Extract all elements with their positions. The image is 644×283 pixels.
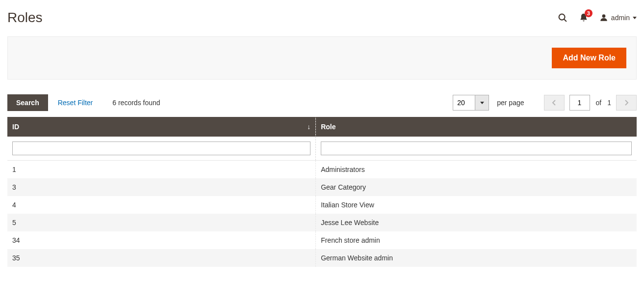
total-pages: 1 [607,99,611,107]
column-header-role-label: Role [321,123,335,131]
per-page-label: per page [497,99,524,107]
page-input[interactable] [569,95,590,111]
notifications-badge: 3 [585,9,592,17]
column-header-role[interactable]: Role [316,117,637,137]
filter-role-input[interactable] [321,142,632,155]
filter-id-input[interactable] [12,142,310,155]
cell-id: 5 [7,214,316,231]
cell-role: Italian Store View [316,196,637,214]
cell-id: 35 [7,249,316,267]
cell-role: Jesse Lee Website [316,214,637,231]
cell-id: 4 [7,196,316,214]
cell-id: 1 [7,161,316,179]
per-page-input[interactable] [453,95,475,110]
table-row[interactable]: 3Gear Category [7,178,637,196]
grid-controls: Search Reset Filter 6 records found per … [7,94,637,111]
of-label: of [596,99,602,107]
page-header: Roles 3 admin [0,0,644,36]
notifications-icon[interactable]: 3 [579,12,589,23]
table-row[interactable]: 5Jesse Lee Website [7,214,637,231]
table-row[interactable]: 35German Website admin [7,249,637,267]
cell-role: German Website admin [316,249,637,267]
cell-id: 3 [7,178,316,196]
cell-role: French store admin [316,231,637,249]
user-icon [599,13,608,22]
cell-id: 34 [7,231,316,249]
reset-filter-link[interactable]: Reset Filter [58,99,93,107]
search-button[interactable]: Search [7,94,48,111]
user-name: admin [611,14,630,22]
per-page-dropdown-toggle[interactable] [475,95,489,110]
table-body: 1Administrators3Gear Category4Italian St… [7,137,637,267]
search-icon[interactable] [557,12,568,23]
header-actions: 3 admin [557,12,637,23]
next-page-button[interactable] [616,95,637,111]
pager: per page of 1 [453,95,637,111]
per-page-select[interactable] [453,95,489,111]
table-row[interactable]: 4Italian Store View [7,196,637,214]
cell-role: Administrators [316,161,637,179]
svg-line-1 [564,19,566,21]
table-row[interactable]: 1Administrators [7,161,637,179]
roles-table: ID ↓ Role 1Administrators3Gear Category4… [7,117,637,267]
column-header-id[interactable]: ID ↓ [7,117,316,137]
svg-point-2 [602,14,605,18]
user-menu[interactable]: admin [599,13,637,22]
page-title: Roles [7,10,43,26]
records-found: 6 records found [112,99,160,107]
action-bar: Add New Role [7,36,637,80]
cell-role: Gear Category [316,178,637,196]
chevron-down-icon [633,17,637,19]
table-row[interactable]: 34French store admin [7,231,637,249]
filter-row [7,137,637,161]
prev-page-button[interactable] [544,95,565,111]
add-new-role-button[interactable]: Add New Role [552,48,626,68]
chevron-down-icon [480,102,484,104]
column-header-id-label: ID [12,123,19,131]
sort-desc-icon: ↓ [307,123,310,131]
